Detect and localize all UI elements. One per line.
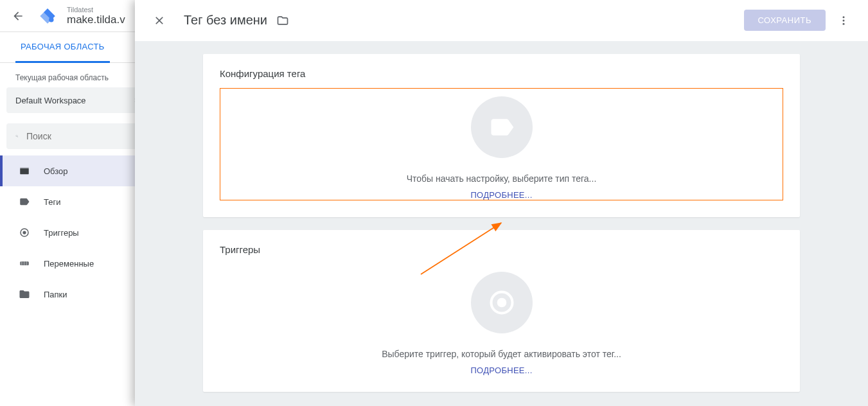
triggers-learn-more-link[interactable]: ПОДРОБНЕЕ... (470, 366, 532, 375)
svg-point-13 (497, 298, 506, 308)
sidebar-item-triggers[interactable]: Триггеры (0, 217, 154, 248)
sidebar-item-overview[interactable]: Обзор (0, 155, 154, 186)
account-name: Tildatest (67, 6, 125, 13)
tag-configuration-card: Конфигурация тега Чтобы начать настройку… (203, 54, 800, 217)
svg-rect-2 (20, 168, 29, 169)
overview-icon (18, 164, 31, 177)
folder-icon (18, 288, 31, 301)
sidebar-item-variables[interactable]: Переменные (0, 248, 154, 279)
modal-title[interactable]: Тег без имени (184, 13, 267, 28)
save-button[interactable]: СОХРАНИТЬ (744, 10, 826, 31)
back-button[interactable] (8, 6, 28, 26)
triggers-placeholder-area[interactable]: Выберите триггер, который будет активиро… (220, 264, 783, 375)
modal-header: Тег без имени СОХРАНИТЬ (135, 0, 868, 41)
workspace-name: Default Workspace (15, 96, 86, 105)
tag-editor-modal: Тег без имени СОХРАНИТЬ Конфигурация тег… (135, 0, 868, 406)
config-card-title: Конфигурация тега (220, 68, 783, 79)
tag-icon (18, 195, 31, 208)
svg-point-0 (49, 17, 53, 22)
triggers-prompt-text: Выберите триггер, который будет активиро… (382, 349, 621, 359)
triggers-card: Триггеры Выберите триггер, который будет… (203, 230, 800, 392)
search-box[interactable] (6, 123, 148, 149)
search-input[interactable] (26, 131, 139, 141)
close-button[interactable] (146, 8, 172, 33)
modal-body: Конфигурация тега Чтобы начать настройку… (135, 41, 868, 406)
config-prompt-text: Чтобы начать настройку, выберите тип тег… (407, 173, 597, 184)
sidebar-nav: Обзор Теги Триггеры (0, 155, 154, 310)
svg-point-9 (843, 16, 845, 18)
config-learn-more-link[interactable]: ПОДРОБНЕЕ... (470, 190, 532, 200)
variable-icon (18, 257, 31, 270)
svg-point-4 (22, 231, 26, 234)
nav-label-tags: Теги (44, 197, 60, 207)
svg-rect-8 (26, 261, 27, 265)
triggers-placeholder-circle (471, 272, 533, 333)
sidebar: Текущая рабочая область Default Workspac… (0, 63, 154, 310)
config-placeholder-area[interactable]: Чтобы начать настройку, выберите тип тег… (220, 88, 783, 200)
search-icon (15, 130, 19, 143)
triggers-card-title: Триггеры (220, 244, 783, 255)
svg-rect-7 (24, 261, 25, 265)
sidebar-item-folders[interactable]: Папки (0, 279, 154, 310)
workspace-tabs: РАБОЧАЯ ОБЛАСТЬ (0, 32, 154, 63)
header-title-block: Tildatest make.tilda.v (67, 6, 125, 26)
folder-outline-icon (276, 14, 289, 27)
app-logo (39, 7, 57, 25)
tab-workspace[interactable]: РАБОЧАЯ ОБЛАСТЬ (15, 32, 110, 63)
tag-placeholder-icon (488, 113, 516, 141)
nav-label-triggers: Триггеры (44, 228, 79, 238)
nav-label-overview: Обзор (44, 166, 68, 176)
folder-select-button[interactable] (276, 14, 289, 27)
more-vert-icon (838, 15, 849, 26)
sidebar-item-tags[interactable]: Теги (0, 186, 154, 217)
svg-rect-6 (21, 261, 22, 265)
trigger-placeholder-icon (488, 288, 516, 317)
nav-label-folders: Папки (44, 290, 67, 299)
workspace-selector[interactable]: Default Workspace (6, 87, 148, 113)
svg-rect-1 (20, 168, 29, 174)
nav-label-variables: Переменные (44, 259, 94, 269)
current-workspace-label: Текущая рабочая область (0, 63, 154, 87)
tag-manager-logo-icon (39, 7, 57, 25)
svg-point-11 (843, 22, 845, 24)
svg-point-10 (843, 19, 845, 21)
more-menu-button[interactable] (831, 8, 856, 33)
close-icon (153, 14, 166, 27)
trigger-icon (18, 226, 31, 239)
arrow-left-icon (12, 10, 24, 22)
container-name: make.tilda.v (67, 13, 125, 26)
config-placeholder-circle (471, 96, 533, 158)
